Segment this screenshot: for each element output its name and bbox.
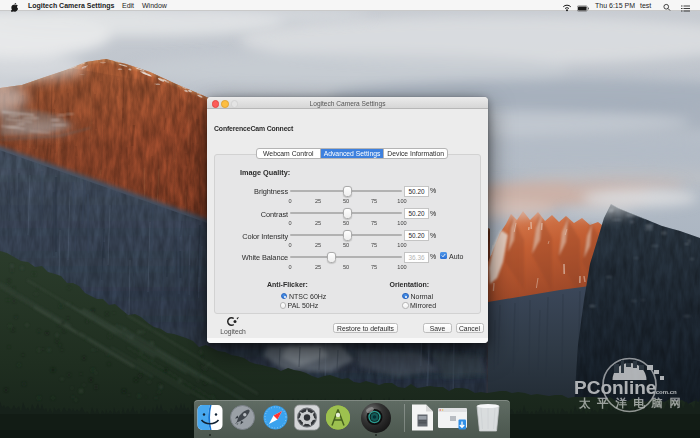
- svg-text:太平洋电脑网: 太平洋电脑网: [578, 397, 688, 410]
- svg-text:PConline: PConline: [574, 377, 656, 398]
- svg-text:.com.cn: .com.cn: [654, 389, 677, 395]
